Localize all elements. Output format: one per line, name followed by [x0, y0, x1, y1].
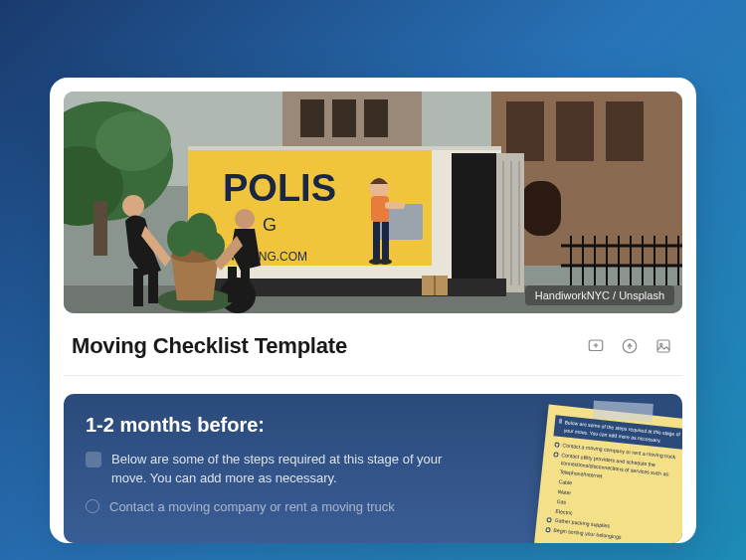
svg-rect-43 — [385, 202, 405, 209]
checkbox-icon[interactable] — [86, 452, 101, 467]
svg-rect-26 — [188, 146, 501, 150]
svg-point-57 — [122, 195, 144, 217]
svg-point-50 — [95, 111, 171, 171]
section-intro: Below are some of the steps required at … — [111, 451, 464, 488]
svg-text:G: G — [263, 215, 282, 235]
svg-rect-27 — [452, 153, 501, 282]
share-icon[interactable] — [619, 335, 641, 357]
checklist-item[interactable]: Contact a moving company or rent a movin… — [86, 498, 464, 517]
hero-image: POLIS G 320 · MOVING.COM — [64, 92, 682, 313]
svg-rect-51 — [93, 201, 107, 256]
svg-rect-3 — [506, 101, 544, 161]
svg-rect-40 — [371, 196, 389, 222]
svg-rect-41 — [373, 222, 380, 260]
image-icon[interactable] — [653, 335, 674, 357]
svg-rect-6 — [521, 181, 561, 236]
svg-text:POLIS: POLIS — [223, 167, 336, 209]
svg-rect-58 — [133, 269, 143, 306]
svg-rect-21 — [332, 99, 356, 137]
checklist-item-label: Contact a moving company or rent a movin… — [109, 498, 395, 517]
svg-rect-61 — [241, 269, 250, 304]
template-card: POLIS G 320 · MOVING.COM — [50, 78, 696, 543]
svg-point-45 — [378, 259, 392, 265]
image-credit: HandiworkNYC / Unsplash — [525, 285, 674, 305]
checklist-section: 1-2 months before: Below are some of the… — [64, 394, 682, 543]
svg-rect-67 — [657, 340, 669, 352]
svg-rect-20 — [300, 99, 324, 137]
radio-icon[interactable] — [86, 499, 99, 513]
section-intro-row: Below are some of the steps required at … — [86, 451, 464, 488]
svg-rect-4 — [556, 101, 594, 161]
header-row: Moving Checklist Template — [64, 313, 682, 376]
svg-point-60 — [235, 209, 255, 229]
svg-rect-42 — [382, 222, 389, 260]
svg-rect-29 — [496, 153, 524, 292]
svg-rect-22 — [364, 99, 388, 137]
sticky-note: Below are some of the steps required at … — [534, 405, 682, 543]
svg-rect-62 — [228, 267, 237, 302]
add-comment-icon[interactable] — [585, 335, 607, 357]
page-title: Moving Checklist Template — [72, 333, 585, 359]
svg-rect-5 — [606, 101, 644, 161]
svg-rect-59 — [148, 266, 158, 303]
